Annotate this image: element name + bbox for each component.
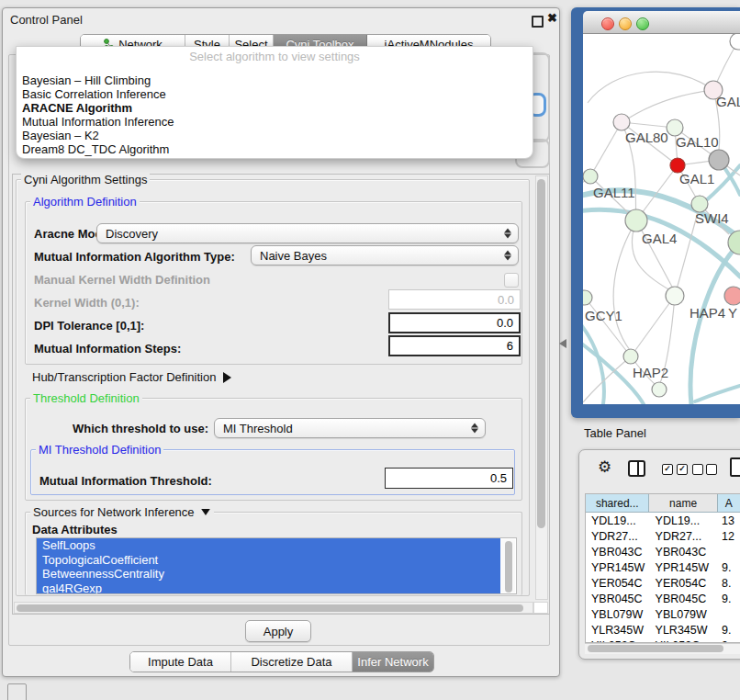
network-node[interactable] — [625, 209, 647, 231]
expander-expanded-icon — [201, 509, 210, 515]
float-window-icon[interactable] — [532, 16, 544, 28]
dropdown-option-aracne-algorithm[interactable]: ARACNE Algorithm — [17, 101, 533, 115]
table-cell: 12 — [718, 528, 740, 544]
dropdown-option-dream8-dc-tdc-algorithm[interactable]: Dream8 DC_TDC Algorithm — [17, 142, 533, 156]
zoom-traffic-light-icon[interactable] — [636, 17, 649, 30]
table-cell: YPR145W — [650, 559, 718, 575]
table-row[interactable]: YBL079WYBL079W — [586, 606, 740, 622]
network-edge-highlighted[interactable] — [695, 386, 740, 401]
table-cell: YBR043C — [586, 544, 650, 559]
minimized-panel-icon[interactable] — [7, 683, 27, 700]
network-node[interactable] — [613, 114, 630, 130]
data-attributes-list[interactable]: SelfLoopsTopologicalCoefficientBetweenne… — [36, 537, 517, 594]
table-panel-window: ⚙ ✓ ✓ shared...nameA YDL19...YDL19...13Y… — [578, 449, 740, 660]
vertical-scrollbar-thumb[interactable] — [537, 179, 545, 528]
table-row[interactable]: YLR345WYLR345W9. — [586, 622, 740, 638]
network-node-label: GAL1 — [679, 171, 714, 186]
cyni-algorithm-settings-title: Cyni Algorithm Settings — [21, 173, 150, 186]
bottom-tab-impute-data[interactable]: Impute Data — [130, 652, 231, 672]
dropdown-option-basic-correlation-inference[interactable]: Basic Correlation Inference — [17, 87, 533, 101]
dpi-tolerance-input[interactable]: 0.0 — [388, 312, 521, 333]
attribute-item-betweennesscentrality[interactable]: BetweennessCentrality — [37, 567, 500, 581]
minimize-traffic-light-icon[interactable] — [619, 17, 632, 30]
attribute-item-gal4rgexp[interactable]: gal4RGexp — [37, 581, 500, 595]
table-row[interactable]: YBR043CYBR043C — [586, 544, 740, 559]
table-row[interactable]: YER054CYER054C8. — [586, 575, 740, 591]
network-node[interactable] — [724, 287, 740, 305]
dropdown-option-mutual-information-inference[interactable]: Mutual Information Inference — [17, 115, 533, 129]
network-edge[interactable] — [588, 72, 713, 103]
which-threshold-combo[interactable]: MI Threshold — [214, 418, 486, 438]
table-hscrollbar-thumb[interactable] — [588, 645, 723, 652]
network-node[interactable] — [730, 34, 740, 50]
attribute-item-topologicalcoefficient[interactable]: TopologicalCoefficient — [37, 553, 500, 568]
horizontal-scrollbar-thumb[interactable] — [17, 604, 523, 612]
node-table: shared...nameA YDL19...YDL19...13YDR27..… — [585, 493, 740, 643]
table-row[interactable]: YDR27...YDR27...12 — [586, 528, 740, 544]
apply-button[interactable]: Apply — [245, 620, 311, 642]
dropdown-option-bayesian-hill-climbing[interactable]: Bayesian – Hill Climbing — [17, 73, 533, 87]
control-panel-title: Control Panel — [10, 13, 83, 27]
gear-icon[interactable]: ⚙ — [598, 457, 611, 477]
hub-expander[interactable]: Hub/Transcription Factor Definition — [32, 370, 231, 384]
table-cell: YDR27... — [586, 528, 650, 544]
network-edge[interactable] — [590, 122, 622, 176]
network-window-titlebar[interactable] — [583, 11, 740, 34]
network-node[interactable] — [652, 382, 667, 397]
network-edge[interactable] — [633, 296, 675, 353]
network-node[interactable] — [623, 349, 638, 364]
bottom-tab-infer-network[interactable]: Infer Network — [353, 652, 433, 672]
network-node-label: Y — [728, 305, 737, 321]
network-canvas[interactable]: GALGAL80GAL10GAL1GAL11SWI4GAL4GCY1HAP4YH… — [583, 34, 740, 404]
network-node-label: GAL — [716, 94, 740, 109]
table-cell: YER054C — [650, 575, 718, 591]
network-node-label: GAL4 — [642, 231, 677, 246]
table-row[interactable]: YBR045CYBR045C9. — [586, 591, 740, 606]
kernel-width-input[interactable]: 0.0 — [388, 289, 521, 310]
column-header-a[interactable]: A — [718, 494, 740, 513]
attribute-item-selfloops[interactable]: SelfLoops — [37, 538, 500, 553]
network-node-label: GAL80 — [625, 130, 668, 145]
sources-group-title-row[interactable]: Sources for Network Inference — [30, 505, 214, 519]
table-cell: YBR043C — [650, 544, 718, 559]
attr-list-scrollbar-thumb[interactable] — [505, 541, 512, 593]
network-node[interactable] — [666, 287, 684, 305]
table-cell: YLR345W — [586, 622, 650, 638]
network-edge[interactable] — [613, 220, 636, 350]
manual-kernel-checkbox[interactable] — [504, 273, 519, 288]
checked-checkbox-icon-2[interactable]: ✓ — [677, 464, 688, 475]
mi-threshold-label: Mutual Information Threshold: — [39, 474, 212, 488]
dropdown-option-bayesian-k2[interactable]: Bayesian – K2 — [17, 129, 533, 142]
split-columns-icon[interactable] — [628, 460, 645, 477]
document-icon[interactable] — [730, 457, 740, 477]
threshold-definition-title: Threshold Definition — [30, 391, 142, 405]
column-header-shared[interactable]: shared... — [586, 494, 649, 513]
table-cell: YDL19... — [650, 513, 718, 528]
table-row[interactable]: YPR145WYPR145W9. — [586, 559, 740, 575]
unchecked-checkbox-icon[interactable] — [692, 464, 703, 475]
algorithm-dropdown-prompt: Select algorithm to view settings — [17, 50, 533, 63]
table-cell: 9. — [718, 591, 740, 606]
table-row[interactable]: YDL19...YDL19...13 — [586, 513, 740, 528]
bottom-tab-discretize-data[interactable]: Discretize Data — [231, 652, 353, 672]
mi-threshold-value: 0.5 — [490, 471, 507, 485]
close-traffic-light-icon[interactable] — [601, 17, 614, 30]
table-cell: 13 — [718, 513, 740, 528]
mi-type-combo[interactable]: Naive Bayes — [251, 245, 519, 265]
checked-checkbox-icon[interactable]: ✓ — [662, 464, 673, 475]
mi-threshold-input[interactable]: 0.5 — [385, 468, 513, 489]
network-edge[interactable] — [628, 90, 713, 119]
network-node[interactable] — [709, 150, 729, 170]
table-cell: 9. — [718, 622, 740, 638]
which-threshold-value: MI Threshold — [223, 422, 293, 435]
dpi-tolerance-label: DPI Tolerance [0,1]: — [34, 319, 144, 333]
unchecked-checkbox-icon-2[interactable] — [706, 464, 717, 475]
table-cell — [718, 606, 740, 622]
mi-steps-input[interactable]: 6 — [388, 335, 521, 356]
column-header-name[interactable]: name — [649, 494, 717, 513]
close-icon[interactable]: ✖ — [547, 11, 557, 25]
aracne-mode-combo[interactable]: Discovery — [96, 223, 519, 243]
table-cell: YPR145W — [586, 559, 650, 575]
network-node[interactable] — [583, 169, 598, 184]
network-node[interactable] — [583, 290, 592, 305]
